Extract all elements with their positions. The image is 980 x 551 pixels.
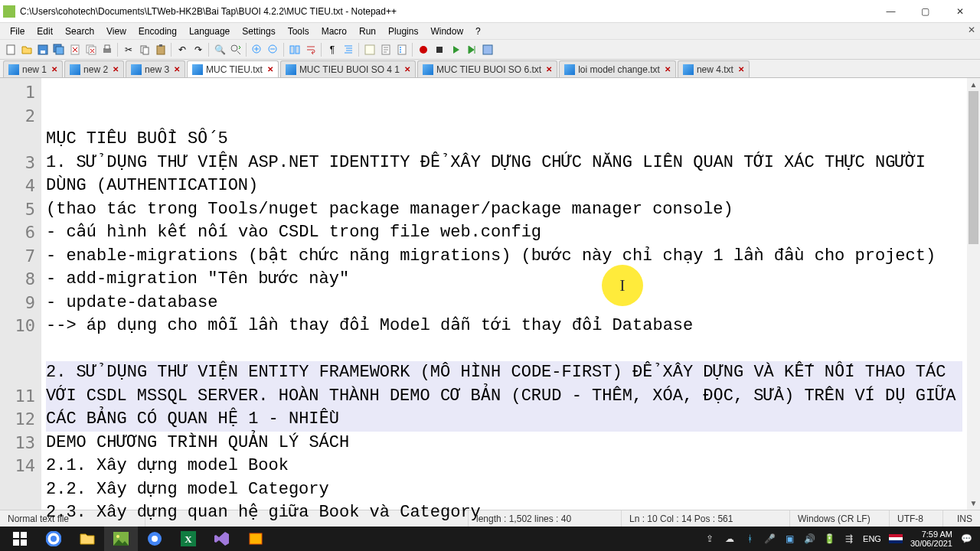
- function-list-icon[interactable]: [394, 42, 410, 57]
- line-number: 13: [0, 432, 35, 455]
- tab-close-icon[interactable]: ✕: [267, 65, 273, 73]
- editor-line[interactable]: MỤC TIÊU BUỔI SỐ 5: [46, 128, 962, 152]
- vertical-scrollbar[interactable]: ▲ ▼: [967, 78, 980, 510]
- cut-icon[interactable]: ✂: [121, 42, 136, 57]
- folder-as-workspace-icon[interactable]: [362, 42, 377, 57]
- toolbar-separator: [171, 43, 172, 57]
- svg-rect-13: [159, 44, 162, 47]
- tab-close-icon[interactable]: ✕: [174, 65, 180, 73]
- scroll-track[interactable]: [967, 91, 980, 497]
- line-number: 5: [0, 198, 35, 222]
- tab-close-icon[interactable]: ✕: [546, 65, 552, 73]
- editor-line[interactable]: - add-migration "Tên bước này": [46, 268, 962, 292]
- editor-line[interactable]: 2.1. Xây dựng model Book: [46, 455, 962, 478]
- editor-line[interactable]: 2.3. Xây dựng quan hệ giữa Book và Categ…: [46, 501, 962, 525]
- close-file-icon[interactable]: [67, 42, 83, 57]
- menu-macro[interactable]: Macro: [316, 24, 352, 38]
- show-all-chars-icon[interactable]: ¶: [325, 42, 340, 57]
- macro-record-icon[interactable]: [416, 42, 431, 57]
- maximize-button[interactable]: ▢: [908, 0, 942, 23]
- menu-run[interactable]: Run: [354, 24, 381, 38]
- tab-7[interactable]: new 4.txt✕: [678, 60, 750, 77]
- menu-encoding[interactable]: Encoding: [133, 24, 182, 38]
- editor-line[interactable]: DEMO CHƯƠNG TRÌNH QUẢN LÝ SÁCH: [46, 432, 962, 455]
- close-button[interactable]: ✕: [942, 0, 977, 23]
- zoom-in-icon[interactable]: [250, 42, 265, 57]
- tab-2[interactable]: new 3✕: [126, 60, 185, 77]
- line-number: 2: [0, 105, 35, 152]
- indent-guide-icon[interactable]: [341, 42, 356, 57]
- tab-bar: new 1✕new 2✕new 3✕MUC TIEU.txt✕MUC TIEU …: [0, 60, 980, 78]
- menu-view[interactable]: View: [101, 24, 132, 38]
- menu-help[interactable]: ?: [470, 24, 486, 38]
- tab-close-icon[interactable]: ✕: [51, 65, 57, 73]
- replace-icon[interactable]: [228, 42, 243, 57]
- editor-line[interactable]: 1. SỬ DỤNG THƯ VIỆN ASP.NET IDENTITY ĐỂ …: [46, 152, 962, 198]
- tab-close-icon[interactable]: ✕: [738, 65, 744, 73]
- print-icon[interactable]: [100, 42, 115, 57]
- file-icon: [423, 64, 433, 75]
- find-icon[interactable]: 🔍: [212, 42, 227, 57]
- menu-language[interactable]: Language: [184, 24, 235, 38]
- svg-rect-0: [7, 45, 15, 54]
- macro-repeat-icon[interactable]: [464, 42, 479, 57]
- svg-point-24: [400, 51, 401, 53]
- paste-icon[interactable]: [153, 42, 168, 57]
- menu-tools[interactable]: Tools: [283, 24, 315, 38]
- tab-5[interactable]: MUC TIEU BUOI SO 6.txt✕: [417, 60, 557, 77]
- open-file-icon[interactable]: [19, 42, 34, 57]
- zoom-out-icon[interactable]: [266, 42, 281, 57]
- svg-point-25: [420, 46, 427, 54]
- scroll-down-icon[interactable]: ▼: [967, 497, 980, 510]
- svg-rect-12: [157, 46, 165, 54]
- text-area[interactable]: MỤC TIÊU BUỔI SỐ 51. SỬ DỤNG THƯ VIỆN AS…: [41, 78, 967, 510]
- tab-close-icon[interactable]: ✕: [404, 65, 410, 73]
- editor-line[interactable]: 2. SỬ DỤNG THƯ VIỆN ENTITY FRAMEWORK (MÔ…: [46, 361, 962, 432]
- svg-rect-9: [105, 45, 109, 49]
- tab-1[interactable]: new 2✕: [64, 60, 124, 77]
- toolbar-separator: [283, 43, 285, 57]
- undo-icon[interactable]: ↶: [175, 42, 190, 57]
- editor-line[interactable]: [46, 338, 962, 362]
- save-icon[interactable]: [35, 42, 51, 57]
- menu-window[interactable]: Window: [425, 24, 469, 38]
- doc-map-icon[interactable]: [378, 42, 394, 57]
- save-all-icon[interactable]: [51, 42, 67, 57]
- minimize-button[interactable]: —: [874, 0, 908, 23]
- secondary-close-icon[interactable]: ✕: [968, 24, 975, 35]
- close-all-icon[interactable]: [83, 42, 99, 57]
- line-number: 11: [0, 385, 35, 409]
- tab-3[interactable]: MUC TIEU.txt✕: [187, 60, 279, 77]
- editor-line[interactable]: 2.2. Xây dựng model Category: [46, 478, 962, 502]
- menu-settings[interactable]: Settings: [237, 24, 280, 38]
- macro-play-icon[interactable]: [448, 42, 463, 57]
- macro-stop-icon[interactable]: [432, 42, 447, 57]
- menu-edit[interactable]: Edit: [31, 24, 58, 38]
- editor-line[interactable]: - update-database: [46, 292, 962, 315]
- editor-line[interactable]: - enable-migrations (bật chức năng migra…: [46, 245, 962, 269]
- line-number: 4: [0, 174, 35, 198]
- scroll-up-icon[interactable]: ▲: [967, 78, 980, 91]
- macro-save-icon[interactable]: [480, 42, 495, 57]
- scroll-thumb[interactable]: [969, 91, 978, 244]
- tab-6[interactable]: loi model change.txt✕: [559, 60, 676, 77]
- svg-rect-29: [21, 532, 27, 538]
- tab-close-icon[interactable]: ✕: [665, 65, 671, 73]
- editor-line[interactable]: - cấu hình kết nối vào CSDL trong file w…: [46, 221, 962, 245]
- editor-line[interactable]: (thao tác trong Tools/nuget package mana…: [46, 198, 962, 222]
- tab-0[interactable]: new 1✕: [3, 60, 63, 77]
- redo-icon[interactable]: ↷: [191, 42, 206, 57]
- editor-line[interactable]: --> áp dụng cho mỗi lần thay đổi Model d…: [46, 315, 962, 338]
- menu-search[interactable]: Search: [60, 24, 100, 38]
- start-button[interactable]: [3, 527, 37, 551]
- menu-plugins[interactable]: Plugins: [383, 24, 423, 38]
- menu-file[interactable]: File: [5, 24, 30, 38]
- tab-close-icon[interactable]: ✕: [113, 65, 119, 73]
- new-file-icon[interactable]: [3, 42, 18, 57]
- window-title: C:\Users\cohotech\Documents\LTWeb-HK2B\B…: [20, 6, 874, 17]
- word-wrap-icon[interactable]: [303, 42, 318, 57]
- svg-rect-27: [483, 45, 492, 54]
- sync-scroll-icon[interactable]: [287, 42, 302, 57]
- copy-icon[interactable]: [137, 42, 152, 57]
- tab-4[interactable]: MUC TIEU BUOI SO 4 1✕: [280, 60, 416, 77]
